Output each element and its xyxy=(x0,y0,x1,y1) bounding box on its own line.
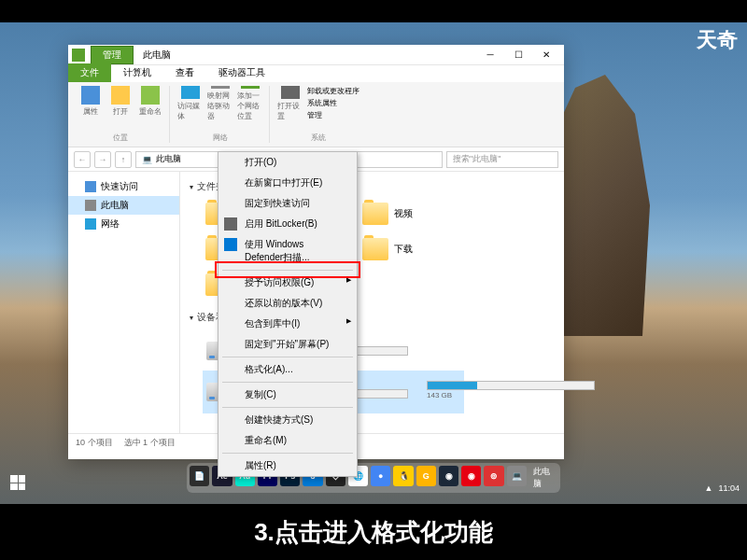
defender-icon xyxy=(224,238,237,251)
uninstall-link[interactable]: 卸载或更改程序 xyxy=(307,86,359,96)
folder-label: 视频 xyxy=(394,207,413,220)
network-icon xyxy=(85,218,96,230)
tutorial-subtitle: 3.点击进入格式化功能 xyxy=(254,516,493,549)
context-menu-item[interactable]: 授予访问权限(G) xyxy=(218,273,357,293)
context-menu: 打开(O)在新窗口中打开(E)固定到快速访问启用 BitLocker(B)使用 … xyxy=(218,151,358,477)
menu-separator xyxy=(222,453,353,454)
tab-drive-tools[interactable]: 驱动器工具 xyxy=(206,63,277,82)
ribbon-group-system: 打开设置 卸载或更改程序 系统属性 管理 系统 xyxy=(272,86,365,143)
context-menu-item[interactable]: 打开(O) xyxy=(218,152,357,173)
folder-icon xyxy=(362,203,388,225)
context-menu-item[interactable]: 格式化(A)... xyxy=(218,359,357,380)
dock-app-icon[interactable]: 📄 xyxy=(190,466,209,486)
watermark: 天奇 xyxy=(697,26,738,54)
dock-app-icon[interactable]: ◉ xyxy=(461,466,481,486)
title-bar[interactable]: 管理 此电脑 ─ ☐ ✕ xyxy=(68,45,564,65)
ribbon-group-location: 属性 打开 重命名 位置 xyxy=(72,86,170,143)
dock-label: 此电脑 xyxy=(533,466,557,490)
context-menu-item[interactable]: 创建快捷方式(S) xyxy=(218,410,357,430)
map-drive-button[interactable]: 映射网络驱动器 xyxy=(207,86,233,121)
rename-button[interactable]: 重命名 xyxy=(137,86,163,121)
forward-button[interactable]: → xyxy=(94,151,111,168)
ribbon-tabs: 文件 计算机 查看 驱动器工具 xyxy=(68,65,564,82)
add-network-button[interactable]: 添加一个网络位置 xyxy=(237,86,263,121)
menu-separator xyxy=(222,357,353,357)
folder-item[interactable]: 视频 xyxy=(359,200,509,228)
manage-tab-badge: 管理 xyxy=(91,46,134,64)
settings-button[interactable]: 打开设置 xyxy=(277,86,303,121)
sidebar-item-quickaccess[interactable]: 快速访问 xyxy=(68,177,179,196)
computer-icon: 💻 xyxy=(142,155,152,164)
properties-button[interactable]: 属性 xyxy=(78,86,104,121)
ribbon-group-label: 系统 xyxy=(311,133,326,143)
folder-icon xyxy=(362,238,388,260)
system-tray[interactable]: ▲ 11:04 xyxy=(705,483,740,493)
start-button[interactable] xyxy=(7,472,28,493)
dock-app-icon[interactable]: G xyxy=(416,466,436,486)
dock-app-icon[interactable]: ⊚ xyxy=(484,466,503,486)
sidebar-item-network[interactable]: 网络 xyxy=(68,215,179,233)
bitlocker-icon xyxy=(224,217,237,231)
dock-app-icon[interactable]: 🐧 xyxy=(393,466,413,486)
star-icon xyxy=(85,181,96,192)
manage-link[interactable]: 管理 xyxy=(307,110,359,120)
context-menu-item[interactable]: 还原以前的版本(V) xyxy=(218,293,357,314)
dock-app-icon[interactable]: ● xyxy=(371,466,390,486)
context-menu-item[interactable]: 固定到快速访问 xyxy=(218,193,357,214)
ribbon-group-network: 访问媒体 映射网络驱动器 添加一个网络位置 网络 xyxy=(172,86,270,143)
search-input[interactable]: 搜索"此电脑" xyxy=(446,151,558,168)
context-menu-item[interactable]: 重命名(M) xyxy=(218,430,357,451)
dock-app-icon[interactable]: ◉ xyxy=(439,466,458,486)
letterbox-top xyxy=(0,0,747,22)
navigation-sidebar: 快速访问 此电脑 网络 xyxy=(68,172,180,433)
context-menu-item[interactable]: 属性(R) xyxy=(218,455,357,476)
up-button[interactable]: ↑ xyxy=(115,151,132,168)
selected-count: 选中 1 个项目 xyxy=(124,437,176,449)
context-menu-item[interactable]: 使用 Windows Defender扫描... xyxy=(218,234,357,268)
window-title: 此电脑 xyxy=(134,49,476,62)
close-button[interactable]: ✕ xyxy=(532,46,560,64)
windows-logo-icon xyxy=(10,475,25,490)
ribbon-group-label: 位置 xyxy=(113,133,128,143)
media-button[interactable]: 访问媒体 xyxy=(177,86,204,121)
drive-item[interactable]: 143 GB xyxy=(423,375,554,403)
minimize-button[interactable]: ─ xyxy=(476,46,504,64)
system-props-link[interactable]: 系统属性 xyxy=(307,98,359,108)
tray-icon[interactable]: ▲ xyxy=(705,483,713,493)
context-menu-item[interactable]: 在新窗口中打开(E) xyxy=(218,173,357,193)
clock[interactable]: 11:04 xyxy=(718,483,740,493)
menu-separator xyxy=(222,407,353,408)
ribbon: 属性 打开 重命名 位置 访问媒体 映射网络驱动器 添加一个网络位置 网络 打开… xyxy=(68,82,564,147)
context-menu-item[interactable]: 包含到库中(I) xyxy=(218,314,357,334)
item-count: 10 个项目 xyxy=(76,437,113,449)
maximize-button[interactable]: ☐ xyxy=(504,46,532,64)
letterbox-bottom: 3.点击进入格式化功能 xyxy=(0,504,747,560)
dock-app-icon[interactable]: 💻 xyxy=(507,466,527,486)
menu-separator xyxy=(222,270,353,271)
menu-separator xyxy=(222,382,353,383)
folder-label: 下载 xyxy=(394,243,413,256)
context-menu-item[interactable]: 复制(C) xyxy=(218,385,357,405)
window-icon xyxy=(72,49,85,62)
back-button[interactable]: ← xyxy=(74,151,91,168)
tab-view[interactable]: 查看 xyxy=(163,63,206,82)
tab-file[interactable]: 文件 xyxy=(68,63,111,82)
open-button[interactable]: 打开 xyxy=(107,86,134,121)
context-menu-item[interactable]: 启用 BitLocker(B) xyxy=(218,214,357,234)
folder-item[interactable]: 下载 xyxy=(359,235,509,263)
ribbon-group-label: 网络 xyxy=(213,133,228,143)
context-menu-item[interactable]: 固定到"开始"屏幕(P) xyxy=(218,334,357,355)
sidebar-item-thispc[interactable]: 此电脑 xyxy=(68,196,179,215)
tab-computer[interactable]: 计算机 xyxy=(111,63,163,82)
computer-icon xyxy=(85,200,96,211)
